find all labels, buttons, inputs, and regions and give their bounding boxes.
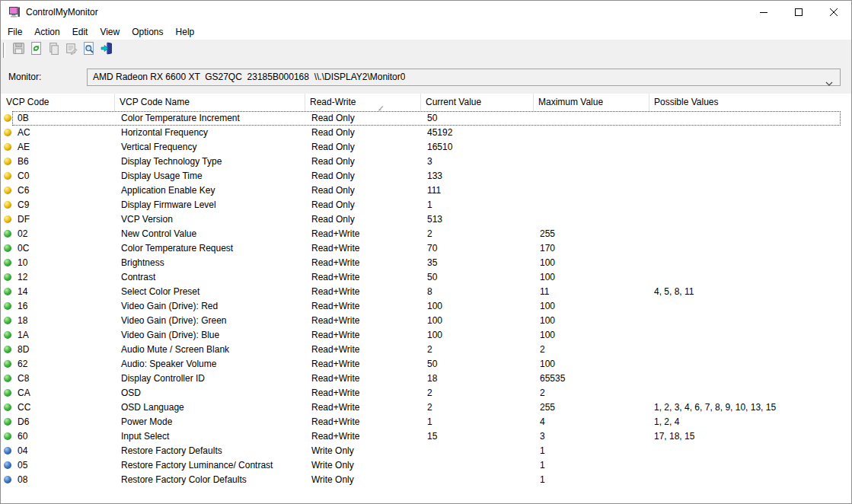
vcp-code-cell: 05	[1, 458, 115, 473]
vcp-name-cell: Display Controller ID	[115, 372, 305, 386]
exit-button[interactable]	[97, 41, 115, 59]
menu-help[interactable]: Help	[170, 24, 201, 40]
read-write-cell: Read+Write	[305, 357, 421, 372]
table-row-vcp-10[interactable]: 10BrightnessRead+Write35100	[1, 256, 851, 270]
column-header-vcp-code[interactable]: VCP Code	[1, 94, 115, 111]
possible-values-cell	[649, 212, 851, 227]
possible-values-cell	[649, 169, 851, 183]
toolbar-grip-handle[interactable]	[3, 43, 5, 58]
maximum-value-cell: 100	[534, 299, 649, 314]
maximum-value-cell: 255	[534, 400, 649, 415]
write-only-icon	[4, 476, 11, 483]
table-row-vcp-18[interactable]: 18Video Gain (Drive): GreenRead+Write100…	[1, 314, 851, 328]
table-row-vcp-04[interactable]: 04Restore Factory DefaultsWrite Only1	[1, 444, 851, 458]
possible-values-cell	[649, 270, 851, 285]
find-icon	[82, 42, 95, 58]
maximum-value-cell	[534, 212, 649, 227]
possible-values-cell	[649, 458, 851, 473]
refresh-icon	[30, 42, 43, 58]
maximum-value-cell: 100	[534, 256, 649, 270]
current-value-cell: 100	[421, 314, 534, 328]
menubar: FileActionEditViewOptionsHelp	[1, 24, 851, 40]
vcp-name-cell: Display Usage Time	[115, 169, 305, 183]
current-value-cell: 100	[421, 328, 534, 343]
read-write-icon	[4, 418, 11, 426]
gray-panel: Monitor: AMD Radeon RX 6600 XT GS27QC 23…	[1, 40, 851, 94]
possible-values-cell	[649, 126, 851, 140]
possible-values-cell	[649, 372, 851, 386]
read-write-icon	[4, 346, 11, 353]
table-row-vcp-ac[interactable]: ACHorizontal FrequencyRead Only45192	[1, 126, 851, 140]
table-row-vcp-02[interactable]: 02New Control ValueRead+Write2255	[1, 227, 851, 241]
possible-values-cell	[649, 343, 851, 357]
read-write-cell: Write Only	[305, 458, 421, 473]
table-row-vcp-12[interactable]: 12ContrastRead+Write50100	[1, 270, 851, 285]
save-button	[10, 41, 27, 59]
vcp-name-cell: Brightness	[115, 256, 305, 270]
table-row-vcp-df[interactable]: DFVCP VersionRead Only513	[1, 212, 851, 227]
table-row-vcp-05[interactable]: 05Restore Factory Luminance/ ContrastWri…	[1, 458, 851, 473]
menu-view[interactable]: View	[94, 24, 126, 40]
read-write-cell: Read+Write	[305, 299, 421, 314]
maximize-button[interactable]	[781, 1, 816, 24]
table-row-vcp-62[interactable]: 62Audio: Speaker VolumeRead+Write50100	[1, 357, 851, 372]
read-only-icon	[4, 114, 11, 122]
refresh-button[interactable]	[27, 41, 45, 59]
close-button[interactable]	[816, 1, 851, 24]
find-button[interactable]	[80, 41, 97, 59]
possible-values-cell	[649, 314, 851, 328]
column-header-label: Current Value	[426, 97, 481, 107]
column-header-read-write[interactable]: Read-Write	[305, 94, 421, 111]
vcp-code-cell: 60	[1, 429, 115, 444]
table-row-vcp-c9[interactable]: C9Display Firmware LevelRead Only1	[1, 198, 851, 212]
column-header-vcp-code-name[interactable]: VCP Code Name	[115, 94, 305, 111]
column-header-current-value[interactable]: Current Value	[421, 94, 534, 111]
maximum-value-cell: 3	[534, 429, 649, 444]
table-row-vcp-14[interactable]: 14Select Color PresetRead+Write8114, 5, …	[1, 285, 851, 299]
maximum-value-cell	[534, 198, 649, 212]
table-row-vcp-d6[interactable]: D6Power ModeRead+Write141, 2, 4	[1, 415, 851, 429]
possible-values-cell	[649, 198, 851, 212]
table-row-vcp-60[interactable]: 60Input SelectRead+Write15317, 18, 15	[1, 429, 851, 444]
vcp-code-cell: 0B	[1, 111, 115, 126]
menu-edit[interactable]: Edit	[66, 24, 94, 40]
menu-file[interactable]: File	[2, 24, 28, 40]
vcp-code-cell: C8	[1, 372, 115, 386]
read-write-cell: Read+Write	[305, 328, 421, 343]
current-value-cell: 8	[421, 285, 534, 299]
current-value-cell: 111	[421, 183, 534, 198]
read-write-cell: Read+Write	[305, 285, 421, 299]
table-row-vcp-c0[interactable]: C0Display Usage TimeRead Only133	[1, 169, 851, 183]
read-write-icon	[4, 331, 11, 339]
current-value-cell	[421, 458, 534, 473]
possible-values-cell	[649, 328, 851, 343]
table-row-vcp-8d[interactable]: 8DAudio Mute / Screen BlankRead+Write22	[1, 343, 851, 357]
minimize-button[interactable]	[746, 1, 781, 24]
read-only-icon	[4, 172, 11, 180]
titlebar: ControlMyMonitor	[1, 1, 851, 24]
menu-options[interactable]: Options	[126, 24, 169, 40]
vcp-code-cell: 8D	[1, 343, 115, 357]
chevron-down-icon[interactable]	[825, 75, 833, 89]
table-row-vcp-08[interactable]: 08Restore Factory Color DefaultsWrite On…	[1, 473, 851, 487]
possible-values-cell: 4, 5, 8, 11	[649, 285, 851, 299]
table-row-vcp-0b[interactable]: 0BColor Temperature IncrementRead Only50	[1, 111, 851, 126]
possible-values-cell: 17, 18, 15	[649, 429, 851, 444]
table-row-vcp-ae[interactable]: AEVertical FrequencyRead Only16510	[1, 140, 851, 155]
column-header-maximum-value[interactable]: Maximum Value	[534, 94, 649, 111]
table-row-vcp-b6[interactable]: B6Display Technology TypeRead Only3	[1, 155, 851, 169]
column-header-possible-values[interactable]: Possible Values	[649, 94, 851, 111]
table-row-vcp-1a[interactable]: 1AVideo Gain (Drive): BlueRead+Write1001…	[1, 328, 851, 343]
table-row-vcp-cc[interactable]: CCOSD LanguageRead+Write22551, 2, 3, 4, …	[1, 400, 851, 415]
table-row-vcp-c6[interactable]: C6Application Enable KeyRead Only111	[1, 183, 851, 198]
table-row-vcp-ca[interactable]: CAOSDRead+Write22	[1, 386, 851, 400]
properties-icon	[65, 42, 78, 58]
table-row-vcp-0c[interactable]: 0CColor Temperature RequestRead+Write701…	[1, 241, 851, 256]
menu-action[interactable]: Action	[28, 24, 65, 40]
table-row-vcp-c8[interactable]: C8Display Controller IDRead+Write1865535	[1, 372, 851, 386]
vcp-code-cell: AC	[1, 126, 115, 140]
read-only-icon	[4, 158, 11, 165]
possible-values-cell	[649, 183, 851, 198]
monitor-select[interactable]: AMD Radeon RX 6600 XT GS27QC 23185B00016…	[87, 69, 841, 86]
table-row-vcp-16[interactable]: 16Video Gain (Drive): RedRead+Write10010…	[1, 299, 851, 314]
